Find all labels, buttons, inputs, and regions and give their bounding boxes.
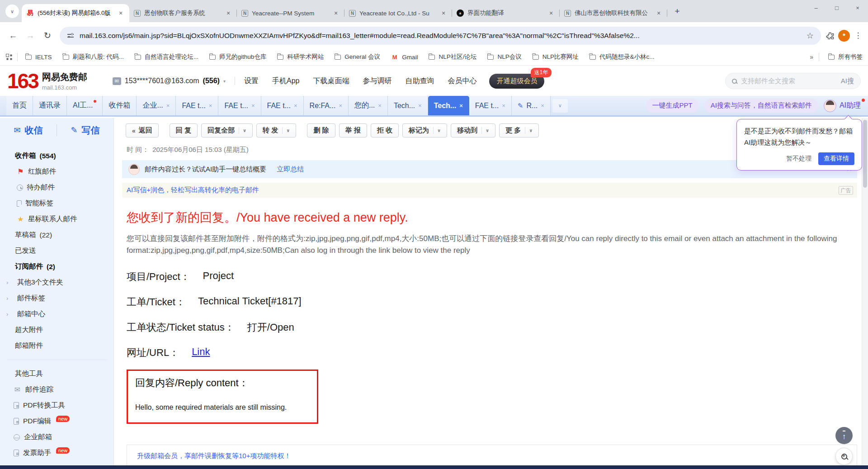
view-details-button[interactable]: 查看详情	[818, 152, 854, 165]
chevron-down-icon[interactable]	[525, 127, 533, 134]
browser-tab[interactable]: 佛山市恩创物联科技有限公	[560, 4, 667, 22]
sidebar-tool-item[interactable]: 邮件追踪	[0, 382, 113, 398]
header-nav-link[interactable]: 下载桌面端	[313, 76, 349, 86]
mail-tab[interactable]: Tech...	[428, 96, 469, 115]
toolbar-button[interactable]: 更 多	[499, 123, 539, 137]
toolbar-button[interactable]: 转 发	[256, 123, 296, 137]
chevron-down-icon[interactable]	[239, 127, 246, 134]
close-icon[interactable]	[418, 102, 422, 109]
browser-tab[interactable]: Yeacreate--PM System	[237, 4, 344, 22]
mail-tab[interactable]: Re:FA...	[304, 96, 349, 115]
ad-banner[interactable]: AI写信+润色，轻松写出高转化率的电子邮件 广告	[122, 183, 857, 198]
dismiss-button[interactable]: 暂不处理	[786, 155, 811, 163]
toolbar-button[interactable]: 删 除	[307, 123, 335, 137]
bookmark-star-icon[interactable]: ☆	[807, 31, 814, 41]
close-icon[interactable]	[294, 102, 297, 109]
toolbar-button[interactable]: 回 复	[170, 123, 198, 137]
chevron-down-icon[interactable]	[433, 127, 441, 134]
sidebar-folder-item[interactable]: 收件箱 (554)	[0, 148, 113, 164]
receive-mail-button[interactable]: ✉ 收信	[0, 124, 57, 137]
sidebar-tool-item[interactable]: 企业邮箱	[0, 429, 113, 445]
chevron-down-icon[interactable]	[481, 127, 489, 134]
mail-tab[interactable]: 通讯录	[33, 96, 67, 115]
close-icon[interactable]	[655, 9, 663, 17]
back-button[interactable]: « 返回	[126, 123, 159, 137]
bookmark-item[interactable]: IELTS	[21, 52, 56, 62]
header-nav-link[interactable]: 手机App	[272, 76, 299, 86]
toolbar-button[interactable]: 拒 收	[371, 123, 399, 137]
sidebar-tool-item[interactable]: 发票助手 new	[0, 445, 113, 461]
browser-tab[interactable]: 界面功能翻译	[452, 4, 560, 22]
ad-text[interactable]: AI写信+润色，轻松写出高转化率的电子邮件	[127, 186, 259, 194]
site-info-icon[interactable]	[67, 32, 74, 39]
bookmark-item[interactable]: 自然语言处理论坛...	[131, 51, 203, 63]
sidebar-tool-item[interactable]: PDF编辑 new	[0, 413, 113, 429]
close-icon[interactable]	[378, 102, 382, 109]
sidebar-folder-item[interactable]: 订阅邮件 (2)	[0, 259, 113, 275]
new-tab-button[interactable]: +	[671, 5, 684, 18]
bookmarks-more-icon[interactable]: »	[810, 53, 813, 61]
browser-tab[interactable]: 恩创物联客户服务系统	[129, 4, 237, 22]
browser-tab[interactable]: Yeacreate Iot Co.,Ltd - Su	[344, 4, 452, 22]
sidebar-folder-item[interactable]: 已发送	[0, 243, 113, 259]
upgrade-member-link[interactable]: 升级邮箱会员，享邮件误删恢复等10+项功能特权！	[137, 452, 291, 460]
sidebar-folder-item[interactable]: 超大附件	[0, 322, 113, 338]
sidebar-folder-item[interactable]: 其他3个文件夹	[0, 275, 113, 290]
toolbar-button[interactable]: 举 报	[339, 123, 367, 137]
close-icon[interactable]	[117, 9, 125, 17]
mail-tab[interactable]: FAE t...	[261, 96, 304, 115]
sidebar-folder-item[interactable]: 红旗邮件	[0, 164, 113, 180]
back-icon[interactable]: ←	[5, 28, 21, 43]
mail-tab[interactable]: FAE t...	[176, 96, 218, 115]
bookmark-item[interactable]: NLP社区/论坛	[425, 51, 481, 63]
close-window-button[interactable]: ×	[847, 0, 868, 15]
close-icon[interactable]	[339, 102, 342, 109]
zoom-button[interactable]	[835, 448, 853, 465]
sidebar-tool-item[interactable]: PDF转换工具	[0, 398, 113, 413]
header-nav-link[interactable]: 会员中心	[448, 76, 476, 86]
toolbar-button[interactable]: 回复全部	[201, 123, 253, 137]
chevron-down-icon[interactable]	[282, 127, 290, 134]
address-bar[interactable]: mail.163.com/js6/main.jsp?sid=BLqjOxSXof…	[60, 27, 821, 45]
page-scrollbar[interactable]	[862, 118, 868, 465]
toolbar-button[interactable]: 移动到	[451, 123, 495, 137]
mail-tab[interactable]: 首页	[6, 96, 33, 115]
sidebar-folder-item[interactable]: 智能标签	[0, 195, 113, 211]
header-nav-link[interactable]: 参与调研	[363, 76, 392, 86]
close-icon[interactable]	[439, 9, 448, 17]
bookmark-item[interactable]: NLP比赛网址	[528, 51, 583, 63]
refresh-icon[interactable]: ↻	[40, 28, 55, 43]
sidebar-folder-item[interactable]: 星标联系人邮件	[0, 211, 113, 227]
netease-163-logo[interactable]: 163	[7, 71, 38, 91]
mail-tab[interactable]: Tech...	[388, 96, 428, 115]
mail-tab[interactable]: AI工...	[67, 96, 103, 115]
compose-mail-button[interactable]: ✎ 写信	[57, 124, 113, 137]
url-text[interactable]: mail.163.com/js6/main.jsp?sid=BLqjOxSXof…	[80, 32, 801, 40]
tab-search-button[interactable]: ∨	[5, 5, 19, 18]
mail-tab[interactable]: R...	[512, 96, 551, 115]
reply-url-link[interactable]: Link	[192, 346, 210, 360]
sidebar-folder-item[interactable]: 草稿箱 (22)	[0, 227, 113, 243]
maximize-button[interactable]: □	[826, 0, 847, 15]
browser-menu-icon[interactable]: ⋮	[854, 31, 863, 40]
browser-profile-avatar[interactable]: *	[838, 30, 850, 42]
bookmark-item[interactable]: General 会议	[330, 51, 384, 63]
toolbar-button[interactable]: 标记为	[402, 123, 447, 137]
mail-tab[interactable]: 您的...	[349, 96, 388, 115]
summarize-link[interactable]: 立即总结	[277, 165, 304, 174]
account-menu[interactable]: ✉ 153****7601@163.com (556) ▾	[113, 77, 226, 85]
header-nav-link[interactable]: 自助查询	[405, 76, 434, 86]
bookmark-item[interactable]: 师兄的github仓库	[205, 51, 270, 63]
extensions-puzzle-icon[interactable]	[826, 31, 835, 40]
ai-assistant-button[interactable]: AI助理	[824, 99, 861, 112]
close-icon[interactable]	[502, 102, 505, 109]
bookmark-item[interactable]: 刷题和八股: 代码...	[59, 51, 128, 63]
close-icon[interactable]	[209, 102, 212, 109]
ai-search-button[interactable]: AI搜	[841, 77, 854, 85]
bookmark-item[interactable]: 科研学术网站	[273, 51, 328, 63]
minimize-button[interactable]: –	[806, 0, 826, 15]
mail-tab[interactable]: FAE t...	[218, 96, 261, 115]
scroll-to-top-button[interactable]: ↑	[835, 427, 853, 444]
browser-tab[interactable]: (556封未读) 网易邮箱6.0版	[22, 4, 129, 22]
bookmark-item[interactable]: NLP会议	[483, 51, 525, 63]
